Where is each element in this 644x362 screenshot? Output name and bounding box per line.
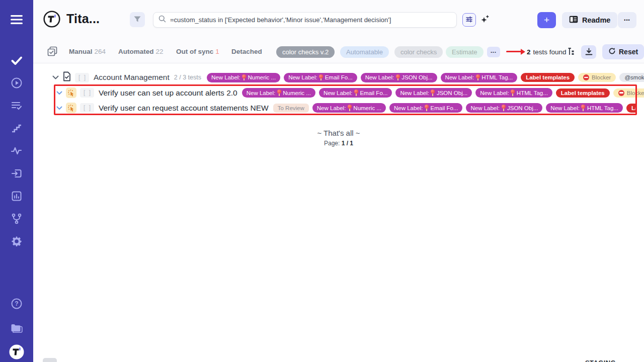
pin-icon [581,105,586,111]
reset-button[interactable]: Reset [602,44,644,59]
label-templates-pill[interactable]: Label templates [626,104,637,113]
pin-icon [475,74,480,81]
bottom-left-artifact [43,358,57,362]
download-icon [585,47,593,57]
test-row[interactable]: [ ] Verify user can set up account alert… [33,87,644,98]
chevron-down-icon[interactable] [56,91,62,95]
interactive-test-icon [66,87,76,98]
sidebar-item-settings[interactable] [8,233,25,250]
folder-test-count: 2 / 3 tests [174,74,201,81]
tab-out-of-sync[interactable]: Out of sync1 [176,48,219,55]
pin-icon [424,105,429,111]
label-pill[interactable]: New Label:Email Fo... [284,73,357,82]
sidebar-item-pulse[interactable] [8,142,25,159]
test-tree: [ ] Account Management 2 / 3 tests New L… [33,64,644,362]
label-pill[interactable]: New Label:HTML Tag... [441,73,518,82]
filter-pill-color-checks[interactable]: color checks [394,46,443,58]
label-pill[interactable]: New Label:Email Fo... [389,103,463,113]
label-templates-pill[interactable]: Label templates [521,73,575,82]
label-pill[interactable]: New Label:Numeric ... [312,103,386,113]
annotation-arrow [506,51,521,52]
branch-icon [11,213,23,225]
test-title: Verify user can request account statemen… [99,104,269,113]
label-pill[interactable]: New Label:JSON Obj... [395,88,472,98]
list-check-icon [11,100,23,112]
tab-manual[interactable]: Manual264 [69,48,106,55]
readme-button[interactable]: Readme [562,12,617,28]
query-settings-button[interactable] [462,13,476,27]
app-logo [43,11,60,30]
tree-view-icon [568,50,576,57]
pin-icon [319,74,324,81]
label-pill[interactable]: New Label:Numeric ... [207,73,280,82]
sidebar-item-branches[interactable] [8,210,25,227]
row-checkbox[interactable]: [ ] [75,73,89,82]
sidebar-item-help[interactable]: ? [8,295,25,312]
sparkles-icon [479,14,490,27]
filter-pill-color-checks-v2[interactable]: color checks v.2 [276,46,335,58]
pin-icon [431,89,435,96]
thats-all-text: ~ That's all ~ [33,129,644,137]
filter-pill-estimate[interactable]: Estimate [446,46,484,58]
bottom-logo [8,343,25,360]
chevron-down-icon[interactable] [52,75,59,80]
interactive-test-icon [66,103,76,113]
hamburger-menu-button[interactable] [8,11,25,28]
label-templates-pill[interactable]: Label templates [556,88,610,98]
more-options-button[interactable]: ••• [618,12,636,28]
row-checkbox[interactable]: [ ] [80,103,94,113]
no-entry-icon [618,90,624,96]
search-input[interactable] [170,16,451,24]
help-icon: ? [11,298,23,310]
add-button[interactable]: + [537,12,556,28]
tree-view-button[interactable] [568,47,576,57]
pagination: Page: 1 / 1 [33,140,644,147]
tests-found-count: 2tests found [527,48,567,56]
blocker-pill[interactable]: Blocker [578,73,616,82]
test-title: Verify user can set up account alerts 2.… [99,88,237,98]
label-pill[interactable]: New Label:JSON Obj... [361,73,437,82]
sidebar-item-projects[interactable] [8,319,25,336]
pulse-icon [11,145,23,157]
folder-row[interactable]: [ ] Account Management 2 / 3 tests New L… [33,71,644,83]
refresh-icon [608,47,616,56]
ai-assist-button[interactable] [478,14,491,27]
row-checkbox[interactable]: [ ] [80,88,94,98]
filter-button[interactable] [130,12,145,27]
download-button[interactable] [581,45,596,59]
top-bar: Tita... + Readme ••• Manual264 [33,0,644,63]
pin-icon [277,89,281,96]
select-all-button[interactable] [47,46,57,58]
chevron-down-icon[interactable] [56,106,62,110]
label-pill[interactable]: New Label:Email Fo... [319,88,392,98]
select-all-icon [47,50,57,58]
sidebar-item-analytics[interactable] [8,188,25,205]
readme-icon [569,16,578,25]
filter-pill-automatable[interactable]: Automatable [340,46,389,58]
label-pill[interactable]: New Label:HTML Tag... [546,103,623,113]
tag-pill[interactable]: @smoke [619,73,644,82]
pin-icon [511,89,515,96]
list-end: ~ That's all ~ Page: 1 / 1 [33,129,644,147]
tab-detached[interactable]: Detached [231,48,262,55]
sidebar-item-tests[interactable] [8,52,25,69]
label-pill[interactable]: New Label:HTML Tag... [475,88,552,98]
label-pill[interactable]: New Label:JSON Obj... [466,103,542,113]
more-filters-button[interactable]: ••• [487,47,500,57]
folders-icon [10,322,23,334]
project-title: Tita... [66,12,100,26]
sidebar-item-import[interactable] [8,165,25,182]
gear-icon [11,235,23,247]
tab-automated[interactable]: Automated22 [118,48,164,55]
status-badge: To Review [273,104,309,113]
pin-icon [242,74,247,81]
sidebar-item-runs[interactable] [8,74,25,92]
label-pill[interactable]: New Label:Numeric ... [242,88,315,98]
test-row[interactable]: [ ] Verify user can request account stat… [33,103,637,113]
sidebar-item-plans[interactable] [8,97,25,114]
search-box [153,12,457,28]
sliders-icon [465,16,473,25]
sidebar-item-steps[interactable] [8,120,25,137]
pin-icon [347,105,352,111]
blocker-pill[interactable]: Blocker [613,88,644,98]
